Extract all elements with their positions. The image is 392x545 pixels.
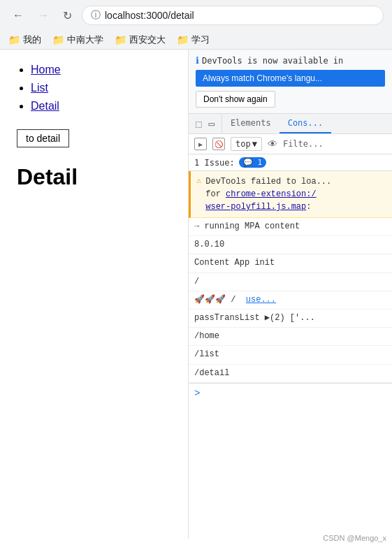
chevron-down-icon: ▼ [252, 139, 257, 149]
folder-icon: 📁 [177, 34, 189, 45]
console-prompt[interactable]: > [189, 383, 392, 403]
home-link[interactable]: Home [31, 64, 61, 75]
issues-badge: 💬 1 [239, 157, 266, 168]
console-warning-line: ⚠ DevTools failed to loa... for chrome-e… [189, 171, 392, 218]
warning-line3: wser-polyfill.js.map: [205, 201, 331, 213]
page-heading: Detail [17, 164, 171, 190]
nav-bar: ← → ↻ ⓘ localhost:3000/detail [0, 0, 392, 31]
detail-link[interactable]: Detail [31, 100, 59, 112]
console-line-detail: /detail [189, 365, 392, 383]
device-icon[interactable]: ▭ [207, 117, 215, 131]
info-circle-icon: ℹ [196, 55, 199, 66]
nav-list: Home List Detail [17, 64, 171, 112]
bookmark-xuexi[interactable]: 📁 学习 [177, 34, 210, 46]
warning-text: DevTools failed to loa... for chrome-ext… [205, 175, 331, 213]
context-dropdown[interactable]: top ▼ [231, 137, 262, 151]
warning-line1: DevTools failed to loa... [205, 175, 331, 188]
prompt-arrow-icon: > [194, 388, 200, 399]
preserve-log-icon[interactable]: ▶ [194, 138, 207, 150]
list-item: List [31, 82, 171, 94]
console-line-init: Content App init [189, 254, 392, 272]
devtools-tabs: Elements Cons... [222, 114, 331, 133]
console-line-version: 8.0.10 [189, 236, 392, 254]
notification-message: DevTools is now available in [202, 56, 343, 66]
webpage-panel: Home List Detail to detail Detail [0, 50, 189, 539]
match-language-button[interactable]: Always match Chrome's langu... [196, 70, 385, 87]
devtools-toolbar-left: ⬚ ▭ [189, 114, 222, 133]
console-line-home: /home [189, 328, 392, 346]
issues-label: 1 Issue: [194, 158, 235, 168]
tab-console[interactable]: Cons... [280, 114, 332, 133]
bookmark-zhongnan[interactable]: 📁 中南大学 [52, 34, 103, 46]
bookmark-label: 我的 [23, 34, 41, 46]
folder-icon: 📁 [115, 34, 126, 45]
warning-triangle-icon: ⚠ [196, 175, 201, 213]
devtools-panel: ℹ DevTools is now available in Always ma… [189, 50, 392, 539]
list-link[interactable]: List [31, 82, 48, 94]
bookmark-xian[interactable]: 📁 西安交大 [115, 34, 166, 46]
filter-label: Filte... [283, 139, 324, 149]
devtools-tabs-toolbar: ⬚ ▭ Elements Cons... [189, 114, 392, 134]
folder-icon: 📁 [52, 34, 64, 45]
browser-chrome: ← → ↻ ⓘ localhost:3000/detail 📁 我的 📁 中南大… [0, 0, 392, 50]
console-toolbar: ▶ 🚫 top ▼ 👁 Filte... [189, 134, 392, 154]
console-line-list: /list [189, 346, 392, 364]
bookmarks-bar: 📁 我的 📁 中南大学 📁 西安交大 📁 学习 [0, 31, 392, 49]
console-line-passtranslist: passTransList ▶(2) ['... [189, 310, 392, 328]
use-link[interactable]: use... [246, 295, 276, 305]
notification-text: ℹ DevTools is now available in [196, 55, 385, 66]
main-content: Home List Detail to detail Detail ℹ DevT… [0, 50, 392, 539]
select-element-icon[interactable]: ⬚ [194, 117, 203, 131]
console-line-slash: / [189, 273, 392, 291]
issues-bar[interactable]: 1 Issue: 💬 1 [189, 154, 392, 171]
bookmark-label: 西安交大 [129, 34, 166, 46]
list-item: Home [31, 64, 171, 76]
console-line-running: → running MPA content [189, 218, 392, 236]
warning-line2: for chrome-extension:/ [205, 188, 331, 201]
devtools-notification: ℹ DevTools is now available in Always ma… [189, 50, 392, 114]
watermark: CSDN @Mengo_x [323, 534, 386, 542]
list-item: Detail [31, 100, 171, 112]
forward-button[interactable]: → [34, 8, 53, 23]
url-display: localhost:3000/detail [105, 10, 194, 21]
bookmark-label: 学习 [191, 34, 210, 46]
bookmark-wode[interactable]: 📁 我的 [8, 34, 41, 46]
console-line-rocket: 🚀🚀🚀 / use... [189, 291, 392, 310]
context-label: top [235, 139, 251, 149]
block-icon[interactable]: 🚫 [212, 138, 225, 150]
to-detail-button[interactable]: to detail [17, 129, 69, 147]
arrow-icon: → [194, 221, 199, 231]
eye-icon[interactable]: 👁 [268, 138, 277, 150]
tab-elements[interactable]: Elements [222, 114, 280, 133]
polyfill-link[interactable]: wser-polyfill.js.map [205, 202, 306, 212]
bookmark-label: 中南大学 [67, 34, 103, 46]
back-button[interactable]: ← [8, 8, 28, 23]
security-icon: ⓘ [91, 9, 101, 22]
reload-button[interactable]: ↻ [59, 8, 76, 24]
address-bar[interactable]: ⓘ localhost:3000/detail [82, 6, 384, 25]
chrome-ext-link[interactable]: chrome-extension:/ [226, 189, 317, 199]
console-output: ⚠ DevTools failed to loa... for chrome-e… [189, 171, 392, 539]
dont-show-button[interactable]: Don't show again [196, 91, 275, 108]
folder-icon: 📁 [8, 34, 20, 45]
